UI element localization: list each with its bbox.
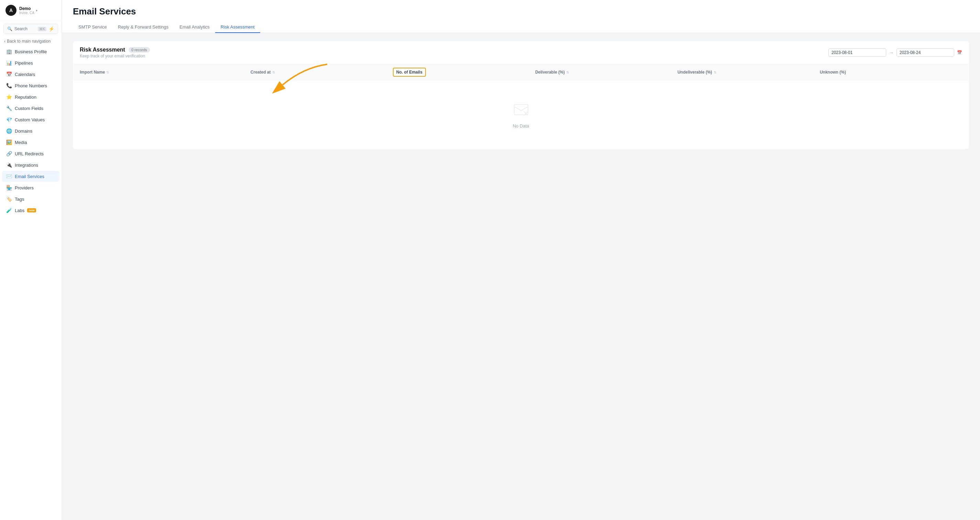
sort-icon: ⇅: [272, 70, 275, 74]
sidebar-item-label: Tags: [15, 197, 24, 202]
lightning-icon: ⚡: [48, 26, 54, 32]
date-to-input[interactable]: [896, 48, 954, 57]
calendar-icon[interactable]: 📅: [957, 50, 962, 55]
sidebar-item-pipelines[interactable]: 📊 Pipelines: [2, 57, 59, 68]
empty-state: No Data: [73, 80, 969, 149]
risk-assessment-title: Risk Assessment: [80, 47, 125, 53]
tab-risk-assessment[interactable]: Risk Assessment: [215, 22, 260, 33]
nav-menu: 🏢 Business Profile 📊 Pipelines 📅 Calenda…: [0, 46, 62, 216]
search-icon: 🔍: [7, 27, 13, 31]
sidebar-item-labs[interactable]: 🧪 Labs new: [2, 205, 59, 216]
sort-icon: ⇅: [106, 70, 109, 74]
media-icon: 🖼️: [6, 140, 12, 145]
calendars-icon: 📅: [6, 72, 12, 77]
th-no-of-emails[interactable]: No. of Emails: [393, 68, 535, 76]
sidebar-item-calendars[interactable]: 📅 Calendars: [2, 69, 59, 80]
empty-text: No Data: [513, 123, 529, 129]
sidebar-item-label: URL Redirects: [15, 151, 44, 156]
sidebar-item-integrations[interactable]: 🔌 Integrations: [2, 159, 59, 170]
sidebar-item-phone-numbers[interactable]: 📞 Phone Numbers: [2, 80, 59, 91]
user-name: Demo: [19, 6, 34, 11]
labs-icon: 🧪: [6, 208, 12, 213]
chevron-down-icon: ▾: [36, 9, 37, 13]
tags-icon: 🏷️: [6, 196, 12, 202]
page-header: Email Services SMTP Service Reply & Forw…: [62, 0, 980, 33]
sidebar-item-tags[interactable]: 🏷️ Tags: [2, 194, 59, 205]
date-from-input[interactable]: [829, 48, 886, 57]
user-info[interactable]: Demo Irvine, CA ▾: [19, 6, 37, 15]
risk-assessment-header: Risk Assessment 0 records Keep track of …: [73, 41, 969, 64]
no-of-emails-highlighted: No. of Emails: [393, 68, 426, 76]
providers-icon: 🏪: [6, 185, 12, 191]
search-shortcut: ⌘K: [38, 27, 46, 31]
page-title: Email Services: [73, 6, 969, 17]
sort-icon: ⇅: [566, 70, 569, 74]
sidebar-item-label: Business Profile: [15, 49, 47, 54]
sidebar-item-email-services[interactable]: ✉️ Email Services: [2, 171, 59, 182]
phone-numbers-icon: 📞: [6, 83, 12, 88]
sidebar-item-label: Custom Values: [15, 117, 45, 122]
risk-assessment-subtitle: Keep track of your email verification: [80, 54, 150, 59]
sidebar-item-label: Providers: [15, 185, 34, 191]
sidebar-header: A Demo Irvine, CA ▾: [0, 0, 62, 21]
th-undeliverable[interactable]: Undeliverable (%) ⇅: [678, 68, 820, 76]
back-arrow-icon: ‹: [4, 39, 5, 44]
sidebar-item-label: Calendars: [15, 72, 35, 77]
sidebar-item-custom-values[interactable]: 💎 Custom Values: [2, 114, 59, 125]
tab-bar: SMTP Service Reply & Forward Settings Em…: [73, 22, 969, 33]
date-range-arrow-icon: →: [889, 50, 894, 55]
reputation-icon: ⭐: [6, 94, 12, 100]
new-badge: new: [27, 208, 36, 212]
back-nav-label: Back to main navigation: [7, 39, 51, 44]
search-label: Search: [14, 27, 36, 31]
sidebar-item-label: Email Services: [15, 174, 45, 179]
back-nav[interactable]: ‹ Back to main navigation: [0, 37, 62, 46]
sidebar-item-label: Media: [15, 140, 27, 145]
sidebar: A Demo Irvine, CA ▾ 🔍 Search ⌘K ⚡ ‹ Back…: [0, 0, 62, 520]
sidebar-item-custom-fields[interactable]: 🔧 Custom Fields: [2, 103, 59, 114]
sidebar-item-reputation[interactable]: ⭐ Reputation: [2, 91, 59, 102]
avatar: A: [5, 5, 16, 16]
th-created-at[interactable]: Created at ⇅: [251, 68, 393, 76]
tab-email-analytics[interactable]: Email Analytics: [174, 22, 215, 33]
tab-smtp-service[interactable]: SMTP Service: [73, 22, 112, 33]
sidebar-item-label: Labs: [15, 208, 24, 213]
sidebar-item-label: Pipelines: [15, 60, 33, 66]
custom-fields-icon: 🔧: [6, 105, 12, 111]
sidebar-item-label: Integrations: [15, 162, 38, 168]
sidebar-item-label: Domains: [15, 129, 32, 134]
integrations-icon: 🔌: [6, 162, 12, 168]
business-profile-icon: 🏢: [6, 49, 12, 54]
content-area: Risk Assessment 0 records Keep track of …: [62, 33, 980, 520]
risk-assessment-card: Risk Assessment 0 records Keep track of …: [73, 41, 969, 149]
sidebar-item-media[interactable]: 🖼️ Media: [2, 137, 59, 148]
search-bar[interactable]: 🔍 Search ⌘K ⚡: [3, 24, 58, 34]
sidebar-item-business-profile[interactable]: 🏢 Business Profile: [2, 46, 59, 57]
url-redirects-icon: 🔗: [6, 151, 12, 156]
empty-icon: [513, 101, 529, 121]
table-header-row: Import Name ⇅ Created at ⇅ No. of Emails…: [73, 64, 969, 80]
main-content: Email Services SMTP Service Reply & Forw…: [62, 0, 980, 520]
risk-table: Import Name ⇅ Created at ⇅ No. of Emails…: [73, 64, 969, 149]
pipelines-icon: 📊: [6, 60, 12, 66]
sidebar-item-label: Custom Fields: [15, 106, 43, 111]
tab-reply-forward[interactable]: Reply & Forward Settings: [112, 22, 174, 33]
custom-values-icon: 💎: [6, 117, 12, 122]
sidebar-item-domains[interactable]: 🌐 Domains: [2, 126, 59, 137]
sidebar-item-label: Phone Numbers: [15, 83, 47, 88]
records-badge: 0 records: [129, 47, 150, 52]
th-unknown[interactable]: Unknown (%): [820, 68, 962, 76]
sidebar-item-providers[interactable]: 🏪 Providers: [2, 182, 59, 193]
user-location: Irvine, CA: [19, 11, 34, 15]
sidebar-item-label: Reputation: [15, 94, 37, 100]
th-deliverable[interactable]: Deliverable (%) ⇅: [535, 68, 678, 76]
email-services-icon: ✉️: [6, 173, 12, 179]
sort-icon: ⇅: [714, 70, 716, 74]
sidebar-item-url-redirects[interactable]: 🔗 URL Redirects: [2, 148, 59, 159]
domains-icon: 🌐: [6, 128, 12, 134]
date-range: → 📅: [829, 48, 962, 57]
th-import-name[interactable]: Import Name ⇅: [80, 68, 251, 76]
